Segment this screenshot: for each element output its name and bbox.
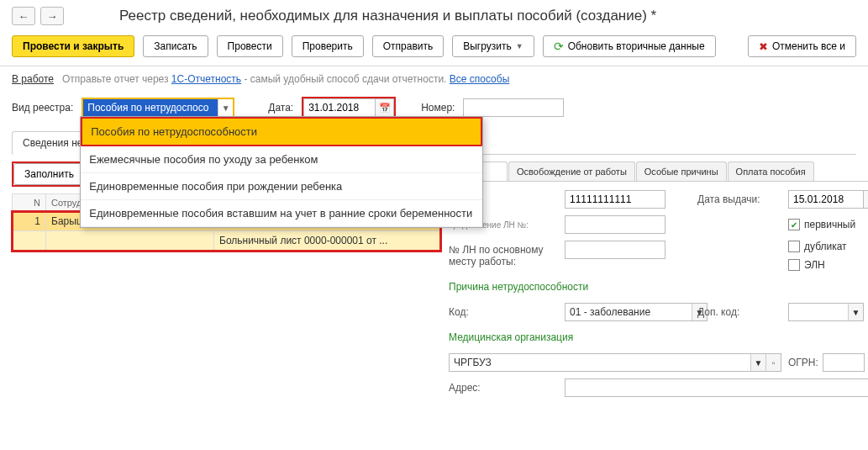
chevron-down-icon: ▼: [218, 99, 233, 116]
post-and-close-button[interactable]: Провести и закрыть: [12, 35, 134, 57]
post-button[interactable]: Провести: [217, 35, 283, 57]
refresh-icon: ⟳: [554, 40, 564, 53]
issue-date-input[interactable]: [788, 190, 864, 209]
number-label: Номер:: [421, 102, 455, 114]
ogrn-label: ОГРН:: [788, 357, 818, 368]
cancel-all-button[interactable]: ✖ Отменить все и: [748, 35, 856, 57]
subtab-release[interactable]: Освобождение от работы: [508, 161, 635, 181]
chevron-down-icon: ▼: [848, 304, 863, 320]
reason-section-head: Причина нетрудоспособности: [449, 281, 868, 293]
fill-button[interactable]: Заполнить: [13, 163, 85, 185]
registry-type-dropdown: Пособия по нетрудоспособности Ежемесячны…: [80, 116, 483, 228]
chevron-down-icon: ▼: [750, 354, 765, 371]
primary-checkbox[interactable]: ✔ первичный: [788, 219, 868, 230]
page-title: Реестр сведений, необходимых для назначе…: [119, 8, 656, 24]
open-icon[interactable]: ▫: [765, 354, 781, 371]
calendar-icon[interactable]: 📅: [376, 98, 394, 117]
registry-type-option[interactable]: Пособия по нетрудоспособности: [81, 117, 482, 146]
issue-date-label: Дата выдачи:: [697, 193, 781, 205]
med-section-head: Медицинская организация: [449, 331, 868, 343]
chevron-down-icon: ▼: [516, 42, 523, 50]
refresh-secondary-button[interactable]: ⟳ Обновить вторичные данные: [543, 35, 716, 57]
col-n: N: [13, 194, 46, 212]
ln-main-label: № ЛН по основному месту работы:: [449, 244, 558, 267]
subtab-special[interactable]: Особые причины: [636, 161, 727, 181]
checkbox-icon: ✔: [788, 219, 800, 230]
send-button[interactable]: Отправить: [372, 35, 445, 57]
ln-main-input[interactable]: [565, 241, 665, 259]
med-org-select[interactable]: ЧРГБУЗ ▼ ▫: [449, 353, 781, 372]
status-link[interactable]: В работе: [12, 73, 54, 85]
status-hint: Отправьте отчет через 1С-Отчетность - са…: [62, 73, 509, 85]
reporting-link[interactable]: 1С-Отчетность: [171, 73, 241, 85]
table-row[interactable]: Больничный лист 0000-000001 от ...: [13, 231, 440, 251]
check-button[interactable]: Проверить: [292, 35, 364, 57]
address-input[interactable]: [565, 379, 868, 397]
addcode-label: Доп. код:: [697, 306, 781, 318]
checkbox-icon: [788, 259, 800, 271]
ln-number-input[interactable]: [565, 190, 665, 209]
save-button[interactable]: Записать: [143, 35, 208, 57]
registry-type-option[interactable]: Ежемесячные пособия по уходу за ребенком: [81, 146, 482, 173]
checkbox-icon: [788, 241, 800, 252]
registry-type-option[interactable]: Единовременные пособия вставшим на учет …: [81, 200, 482, 227]
add-code-select[interactable]: ▼: [788, 303, 864, 321]
date-input[interactable]: [303, 98, 376, 117]
calendar-icon[interactable]: 📅: [864, 190, 868, 209]
reason-code-select[interactable]: 01 - заболевание ▼: [565, 303, 708, 321]
registry-type-option[interactable]: Единовременные пособия при рождении ребе…: [81, 173, 482, 200]
date-label: Дата:: [268, 102, 293, 114]
address-label: Адрес:: [449, 382, 558, 394]
export-button[interactable]: Выгрузить ▼: [452, 35, 534, 57]
ogrn-input[interactable]: [823, 353, 865, 372]
cancel-icon: ✖: [759, 40, 768, 53]
subtab-payment[interactable]: Оплата пособия: [728, 161, 814, 181]
nav-back-button[interactable]: ←: [12, 7, 35, 25]
code-label: Код:: [449, 306, 558, 318]
nav-forward-button[interactable]: →: [40, 7, 64, 25]
registry-type-select[interactable]: Пособия по нетрудоспосо ▼: [82, 98, 234, 118]
all-methods-link[interactable]: Все способы: [450, 73, 510, 85]
duplicate-checkbox[interactable]: дубликат: [788, 241, 868, 252]
registry-type-label: Вид реестра:: [12, 102, 73, 114]
continuation-input[interactable]: [565, 215, 665, 234]
number-input[interactable]: [463, 98, 564, 117]
eln-checkbox[interactable]: ЭЛН: [788, 259, 868, 271]
